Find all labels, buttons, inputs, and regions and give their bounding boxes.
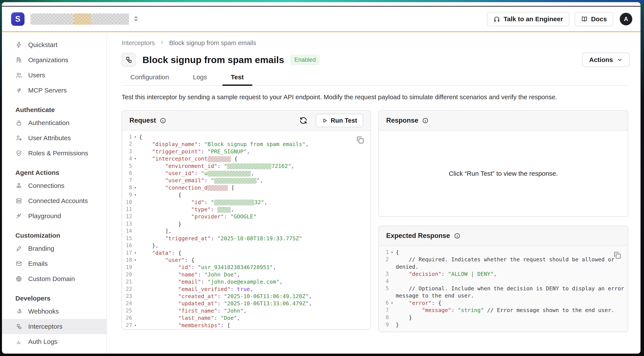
sidebar-item-emails[interactable]: Emails [2,256,106,271]
sidebar-item-connected-accounts[interactable]: Connected Accounts [2,193,106,208]
tab-logs[interactable]: Logs [184,73,216,85]
sidebar-item-quickstart[interactable]: Quickstart [2,37,106,52]
sidebar-item-connections[interactable]: Connections [2,178,106,193]
sidebar-item-label: Users [28,71,45,79]
rows-icon [16,197,22,204]
sidebar-item-interceptors[interactable]: Interceptors [2,319,106,334]
tab-bar: Configuration Logs Test [122,73,630,86]
copy-icon[interactable] [612,250,622,261]
code-line: 26 "last_name": "Doe", [122,314,370,322]
line-number: 3 [379,270,389,278]
webhook-icon [16,308,22,315]
tab-configuration[interactable]: Configuration [122,73,178,85]
code-line: 21 "email": "john.doe@example.com", [122,278,370,285]
sidebar-item-webhooks[interactable]: Webhooks [2,304,106,319]
sidebar-item-user-attributes[interactable]: User Attributes [2,130,106,146]
talk-to-engineer-label: Talk to an Engineer [504,15,563,23]
redaction-block [208,185,228,191]
info-icon[interactable] [422,117,429,124]
redaction-block [214,178,256,184]
sidebar-item-users[interactable]: Users [2,68,106,83]
sidebar-item-label: Custom Domain [28,275,75,283]
fold-toggle-icon[interactable]: ▾ [132,322,138,329]
line-number: 17 [122,249,132,257]
status-badge: Enabled [290,55,320,65]
sidebar-section-header: Authenticate [2,104,106,115]
sidebar-item-branding[interactable]: Branding [2,241,106,256]
docs-label: Docs [591,15,607,23]
workspace-logo[interactable]: S [11,12,24,26]
sidebar-item-mcp-servers[interactable]: MCP Servers [2,83,106,98]
fold-toggle-icon[interactable]: ▾ [132,133,138,141]
info-icon[interactable] [454,233,460,239]
chevron-down-icon [617,57,623,63]
org-name-redacted[interactable] [30,13,129,25]
line-number: 20 [122,271,132,278]
sidebar-item-label: Webhooks [28,308,59,315]
fold-toggle-icon[interactable]: ▾ [132,257,138,264]
line-number: 19 [122,264,132,271]
sidebar-item-authentication[interactable]: Authentication [2,115,106,130]
redaction-block [91,13,129,25]
globe-icon [16,275,22,282]
sidebar-item-label: Branding [28,245,54,252]
info-icon[interactable] [160,117,166,124]
fold-toggle-icon[interactable]: ▾ [132,155,138,162]
request-panel-header: Request Run Test [122,111,370,131]
play-icon [322,118,328,123]
request-code-editor[interactable]: 1▾{2 "display_name": "Block signup from … [122,131,370,329]
reset-request-icon[interactable] [299,116,308,125]
fold-toggle-icon[interactable]: ▾ [132,249,138,257]
sidebar-item-organizations[interactable]: Organizations [2,52,106,68]
org-switcher-icon[interactable] [132,15,140,23]
fold-toggle-icon[interactable]: ▾ [389,249,395,256]
fold-toggle-icon[interactable]: ▾ [132,184,138,191]
expected-response-code[interactable]: 1▾{2 // Required. Indicates whether the … [379,246,628,332]
line-number: 15 [122,235,132,242]
code-line: 6▾ "error": { [379,300,628,307]
fold-toggle-icon[interactable]: ▾ [132,191,138,198]
code-line: 24 "updated_at": "2025-10-06T13:33:06.47… [122,300,370,307]
code-line: 19 "id": "usr_93418238346728951", [122,264,370,271]
code-line: 22 "email_verified": true, [122,286,370,293]
sidebar-item-label: Organizations [28,56,68,64]
expected-response-panel: Expected Response 1▾{2 // Required. Indi… [378,226,628,332]
tab-test[interactable]: Test [222,73,252,85]
code-line: 8▾ "connection_d [ [122,184,370,191]
code-line: 20 "name": "John Doe", [122,271,370,278]
sidebar-item-label: Authentication [28,119,70,127]
copy-icon[interactable] [355,135,365,146]
sidebar-item-roles-permissions[interactable]: Roles & Permissions [2,146,106,161]
redaction-block [74,13,91,25]
interceptor-icon [16,323,22,330]
request-panel-title: Request [130,117,156,124]
run-test-button[interactable]: Run Test [316,114,363,127]
code-line: 1▾{ [122,133,370,141]
code-line: 13 } [122,220,370,228]
sidebar-item-playground[interactable]: Playground [2,208,106,224]
line-number: 1 [122,133,132,141]
line-number: 6 [379,300,389,307]
run-test-label: Run Test [331,117,357,124]
line-number: 7 [122,177,132,184]
docs-button[interactable]: Docs [574,12,613,26]
user-avatar[interactable]: A [620,13,632,25]
line-number: 12 [122,213,132,220]
line-number: 8 [122,184,132,191]
request-panel: Request Run Test [122,110,371,330]
breadcrumb-parent[interactable]: Interceptors [122,39,155,46]
actions-button[interactable]: Actions [582,53,630,67]
headphones-icon [493,15,500,22]
top-bar: S Talk to an Engineer Docs A [2,7,640,32]
sidebar-item-label: Quickstart [28,41,58,48]
sidebar-item-auth-logs[interactable]: Auth Logs [2,334,106,349]
sidebar-item-custom-domain[interactable]: Custom Domain [2,271,106,287]
line-number: 9 [122,191,132,198]
code-line: 5 "environment_id": "72162", [122,162,370,170]
sidebar-item-label: Emails [28,260,48,267]
talk-to-engineer-button[interactable]: Talk to an Engineer [487,12,570,26]
sidebar-item-label: Connected Accounts [28,197,88,205]
lock-icon [16,119,22,126]
fold-toggle-icon[interactable]: ▾ [389,300,395,307]
redaction-block [217,207,231,213]
